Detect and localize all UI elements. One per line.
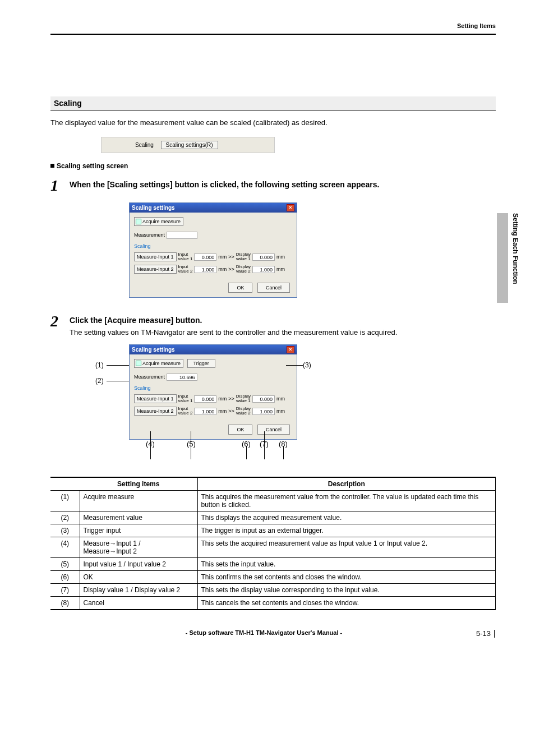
row-desc: This confirms the set contents and close… <box>197 571 496 584</box>
table-header-blank <box>50 477 80 491</box>
scaling-toolbar: Scaling Scaling settings(R) <box>101 137 275 153</box>
step-title: When the [Scaling settings] button is cl… <box>70 180 496 189</box>
table-row: (6)OKThis confirms the set contents and … <box>50 571 496 584</box>
arrow-icon: >> <box>228 408 234 414</box>
footer-title: - Setup software TM-H1 TM-Navigator User… <box>52 629 476 638</box>
measurement-field: 10.696 <box>167 374 197 381</box>
display-value-2-field[interactable]: 1.000 <box>252 266 275 273</box>
row-number: (2) <box>50 511 80 524</box>
callout-2: (2) <box>95 377 104 385</box>
arrow-icon: >> <box>228 254 234 260</box>
ok-button[interactable]: OK <box>228 425 252 435</box>
callout-8: (8) <box>279 440 288 448</box>
scaling-toolbar-label: Scaling <box>135 142 154 148</box>
measurement-label: Measurement <box>134 374 165 380</box>
measure-input-2-button[interactable]: Measure-Input 2 <box>134 265 177 274</box>
table-header-items: Setting items <box>80 477 197 491</box>
figure-2: (1) (2) Scaling settings × Acquire measu… <box>50 344 365 450</box>
callout-5: (5) <box>187 440 196 448</box>
row-number: (7) <box>50 584 80 597</box>
row-desc: This cancels the set contents and closes… <box>197 597 496 610</box>
row-number: (8) <box>50 597 80 610</box>
step-number: 1 <box>50 178 70 193</box>
cancel-button[interactable]: Cancel <box>257 425 290 435</box>
row-number: (5) <box>50 558 80 571</box>
input-value-1-label: Input value 1 <box>178 252 193 261</box>
measure-input-1-button[interactable]: Measure-Input 1 <box>134 252 177 261</box>
close-icon[interactable]: × <box>287 346 294 353</box>
scaling-row-1: Measure-Input 1 Input value 1 0.000 mm >… <box>134 252 292 261</box>
cancel-button[interactable]: Cancel <box>257 283 290 293</box>
row-number: (4) <box>50 537 80 558</box>
scaling-row-2: Measure-Input 2 Input value 2 1.000 mm >… <box>134 407 292 416</box>
row-desc: This sets the input value. <box>197 558 496 571</box>
subheading: Scaling setting screen <box>50 162 496 170</box>
row-item: Measure→Input 1 / Measure→Input 2 <box>80 537 197 558</box>
row-item: Input value 1 / Input value 2 <box>80 558 197 571</box>
dialog-title: Scaling settings <box>132 205 175 211</box>
row-desc: This displays the acquired measurement v… <box>197 511 496 524</box>
measure-input-1-button[interactable]: Measure-Input 1 <box>134 394 177 403</box>
close-icon[interactable]: × <box>287 204 294 211</box>
side-tab-label: Setting Each Function <box>497 213 519 303</box>
trigger-button[interactable]: Trigger <box>187 359 215 368</box>
display-value-1-label: Display value 1 <box>236 394 251 403</box>
input-value-1-label: Input value 1 <box>178 394 193 403</box>
row-item: Measurement value <box>80 511 197 524</box>
display-value-2-label: Display value 2 <box>236 265 251 274</box>
table-row: (3)Trigger inputThe trigger is input as … <box>50 524 496 537</box>
row-item: OK <box>80 571 197 584</box>
callout-1: (1) <box>95 361 104 369</box>
unit-label: mm <box>218 408 227 414</box>
display-value-1-field[interactable]: 0.000 <box>252 253 275 261</box>
row-number: (1) <box>50 491 80 511</box>
row-desc: This sets the acquired measurement value… <box>197 537 496 558</box>
unit-label: mm <box>218 266 227 272</box>
input-value-2-field[interactable]: 1.000 <box>194 408 216 415</box>
scaling-settings-button[interactable]: Scaling settings(R) <box>161 141 218 149</box>
display-value-1-field[interactable]: 0.000 <box>252 395 275 403</box>
step-number: 2 <box>50 314 70 336</box>
ok-button[interactable]: OK <box>228 283 252 293</box>
unit-label: mm <box>276 254 285 260</box>
step-description: The setting values on TM-Navigator are s… <box>70 328 496 336</box>
display-value-2-field[interactable]: 1.000 <box>252 408 275 415</box>
dialog-title: Scaling settings <box>132 347 175 353</box>
row-item: Cancel <box>80 597 197 610</box>
acquire-measure-button[interactable]: Acquire measure <box>134 217 183 226</box>
unit-label: mm <box>276 396 285 402</box>
row-desc: This sets the display value correspondin… <box>197 584 496 597</box>
callout-7: (7) <box>260 440 269 448</box>
step-1: 1 When the [Scaling settings] button is … <box>50 178 496 193</box>
table-row: (4)Measure→Input 1 / Measure→Input 2This… <box>50 537 496 558</box>
input-value-2-field[interactable]: 1.000 <box>194 266 216 273</box>
refresh-icon <box>136 219 141 224</box>
horizontal-rule <box>50 34 496 35</box>
measurement-label: Measurement <box>134 232 165 238</box>
row-item: Acquire measure <box>80 491 197 511</box>
unit-label: mm <box>218 396 227 402</box>
scaling-row-1: Measure-Input 1 Input value 1 0.000 mm >… <box>134 394 292 403</box>
display-value-1-label: Display value 1 <box>236 252 251 261</box>
row-desc: This acquires the measurement value from… <box>197 491 496 511</box>
arrow-icon: >> <box>228 266 234 272</box>
acquire-measure-button[interactable]: Acquire measure <box>134 359 183 368</box>
page-number: 5-13 <box>476 629 491 638</box>
measure-input-2-button[interactable]: Measure-Input 2 <box>134 407 177 416</box>
unit-label: mm <box>276 266 285 272</box>
row-number: (3) <box>50 524 80 537</box>
table-row: (1)Acquire measureThis acquires the meas… <box>50 491 496 511</box>
scaling-dialog-1: Scaling settings × Acquire measure Measu… <box>129 202 308 298</box>
input-value-1-field[interactable]: 0.000 <box>194 253 216 261</box>
row-item: Trigger input <box>80 524 197 537</box>
row-item: Display value 1 / Display value 2 <box>80 584 197 597</box>
table-row: (7)Display value 1 / Display value 2This… <box>50 584 496 597</box>
step-title: Click the [Acquire measure] button. <box>70 316 496 325</box>
scaling-group-label: Scaling <box>134 243 292 249</box>
page-footer: - Setup software TM-H1 TM-Navigator User… <box>50 629 496 638</box>
callout-6: (6) <box>242 440 251 448</box>
arrow-icon: >> <box>228 396 234 402</box>
input-value-2-label: Input value 2 <box>178 407 193 416</box>
input-value-1-field[interactable]: 0.000 <box>194 395 216 403</box>
table-row: (2)Measurement valueThis displays the ac… <box>50 511 496 524</box>
